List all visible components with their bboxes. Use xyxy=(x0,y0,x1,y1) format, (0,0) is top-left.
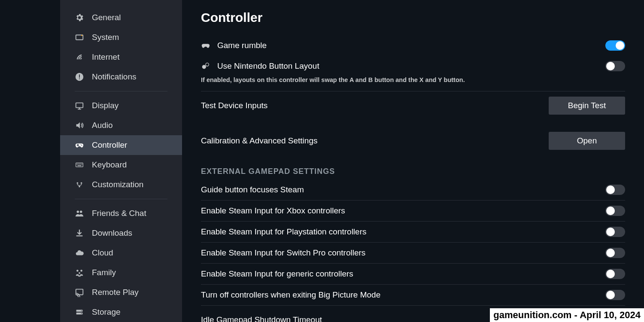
sidebar-item-downloads[interactable]: Downloads xyxy=(60,223,182,243)
sidebar-item-label: Customization xyxy=(92,180,143,189)
settings-sidebar: General System Internet Notifications Di… xyxy=(60,0,182,322)
sidebar-item-cloud[interactable]: Cloud xyxy=(60,243,182,263)
gear-icon xyxy=(75,13,84,22)
storage-icon xyxy=(75,307,84,317)
customization-icon xyxy=(75,180,84,189)
sidebar-item-controller[interactable]: Controller xyxy=(60,135,182,155)
row-label: Game rumble xyxy=(217,41,267,50)
swap-buttons-icon xyxy=(201,61,210,71)
row-label: Enable Steam Input for Xbox controllers xyxy=(201,206,345,216)
svg-point-26 xyxy=(202,65,206,69)
controller-icon xyxy=(201,41,210,50)
svg-point-18 xyxy=(76,270,79,272)
row-label: Turn off controllers when exiting Big Pi… xyxy=(201,290,380,300)
row-guide-button: Guide button focuses Steam xyxy=(201,179,625,200)
svg-rect-5 xyxy=(76,103,83,108)
audio-icon xyxy=(75,121,84,130)
svg-point-1 xyxy=(81,35,82,36)
row-calibration: Calibration & Advanced Settings Open xyxy=(201,127,625,155)
row-nintendo-layout: Use Nintendo Button Layout xyxy=(201,56,625,76)
svg-rect-7 xyxy=(77,164,78,164)
sidebar-item-label: Internet xyxy=(92,52,119,62)
svg-point-13 xyxy=(77,182,79,184)
sidebar-item-label: Audio xyxy=(92,121,113,130)
row-label: Guide button focuses Steam xyxy=(201,185,304,194)
sidebar-item-system[interactable]: System xyxy=(60,27,182,47)
sidebar-item-remote-play[interactable]: Remote Play xyxy=(60,283,182,302)
row-turnoff-bigpicture: Turn off controllers when exiting Big Pi… xyxy=(201,285,625,306)
svg-rect-21 xyxy=(76,289,83,295)
sidebar-item-label: Notifications xyxy=(92,72,137,82)
watermark: gameunition.com - April 10, 2024 xyxy=(490,308,644,322)
cloud-icon xyxy=(75,248,84,258)
controller-icon xyxy=(75,140,84,150)
left-margin xyxy=(0,0,60,322)
friends-icon xyxy=(75,209,84,218)
display-icon xyxy=(75,101,84,110)
row-label: Enable Steam Input for Playstation contr… xyxy=(201,227,366,237)
row-test-inputs: Test Device Inputs Begin Test xyxy=(201,91,625,120)
begin-test-button[interactable]: Begin Test xyxy=(549,97,625,115)
sidebar-item-label: Display xyxy=(92,101,118,110)
sidebar-item-label: Storage xyxy=(92,307,121,317)
nintendo-layout-desc: If enabled, layouts on this controller w… xyxy=(201,76,625,91)
svg-rect-11 xyxy=(82,164,82,164)
sidebar-item-label: Cloud xyxy=(92,248,113,258)
open-button[interactable]: Open xyxy=(549,132,625,150)
svg-rect-10 xyxy=(80,164,81,164)
toggle-turnoff-bigpicture[interactable] xyxy=(605,290,625,300)
cast-icon xyxy=(75,288,84,297)
toggle-game-rumble[interactable] xyxy=(605,40,625,51)
svg-point-20 xyxy=(79,272,80,274)
svg-point-14 xyxy=(81,182,82,184)
svg-rect-3 xyxy=(79,75,80,78)
sidebar-item-label: Family xyxy=(92,268,116,277)
download-icon xyxy=(75,228,84,238)
main-content: Controller Game rumble Use Nintendo Butt… xyxy=(182,0,644,322)
divider xyxy=(75,91,167,91)
sidebar-item-general[interactable]: General xyxy=(60,8,182,27)
row-label: Calibration & Advanced Settings xyxy=(201,136,317,146)
toggle-nintendo-layout[interactable] xyxy=(605,61,625,71)
sidebar-item-keyboard[interactable]: Keyboard xyxy=(60,155,182,175)
toggle-generic-input[interactable] xyxy=(605,269,625,279)
row-label: Use Nintendo Button Layout xyxy=(217,61,319,71)
svg-rect-6 xyxy=(76,163,83,167)
row-switch-input: Enable Steam Input for Switch Pro contro… xyxy=(201,243,625,264)
row-xbox-input: Enable Steam Input for Xbox controllers xyxy=(201,200,625,222)
sidebar-item-family[interactable]: Family xyxy=(60,263,182,283)
toggle-playstation-input[interactable] xyxy=(605,227,625,237)
row-generic-input: Enable Steam Input for generic controlle… xyxy=(201,264,625,285)
sidebar-item-storage[interactable]: Storage xyxy=(60,302,182,322)
svg-point-24 xyxy=(81,310,82,311)
alert-icon xyxy=(75,72,84,82)
toggle-guide-button[interactable] xyxy=(605,185,625,195)
section-external-gamepad: EXTERNAL GAMEPAD SETTINGS xyxy=(201,167,625,176)
row-label: Test Device Inputs xyxy=(201,101,267,110)
svg-rect-8 xyxy=(78,164,79,164)
toggle-xbox-input[interactable] xyxy=(605,206,625,216)
keyboard-icon xyxy=(75,160,84,170)
toggle-switch-input[interactable] xyxy=(605,248,625,258)
row-game-rumble: Game rumble xyxy=(201,35,625,56)
sidebar-item-label: Friends & Chat xyxy=(92,209,146,218)
sidebar-item-audio[interactable]: Audio xyxy=(60,115,182,135)
sidebar-item-label: Remote Play xyxy=(92,288,139,297)
sidebar-item-customization[interactable]: Customization xyxy=(60,175,182,194)
sidebar-item-internet[interactable]: Internet xyxy=(60,47,182,67)
sidebar-item-notifications[interactable]: Notifications xyxy=(60,67,182,87)
row-label: Enable Steam Input for generic controlle… xyxy=(201,269,353,279)
sidebar-item-label: System xyxy=(92,33,119,42)
sidebar-item-label: General xyxy=(92,13,121,22)
family-icon xyxy=(75,268,84,277)
svg-point-19 xyxy=(80,270,82,272)
svg-point-17 xyxy=(80,211,82,213)
row-label: Idle Gamepad Shutdown Timeout xyxy=(201,315,322,322)
svg-rect-12 xyxy=(77,165,81,166)
page-title: Controller xyxy=(201,10,625,25)
svg-point-27 xyxy=(206,63,209,66)
system-icon xyxy=(75,33,84,42)
sidebar-item-friends[interactable]: Friends & Chat xyxy=(60,204,182,223)
sidebar-item-label: Controller xyxy=(92,140,127,150)
sidebar-item-display[interactable]: Display xyxy=(60,96,182,115)
